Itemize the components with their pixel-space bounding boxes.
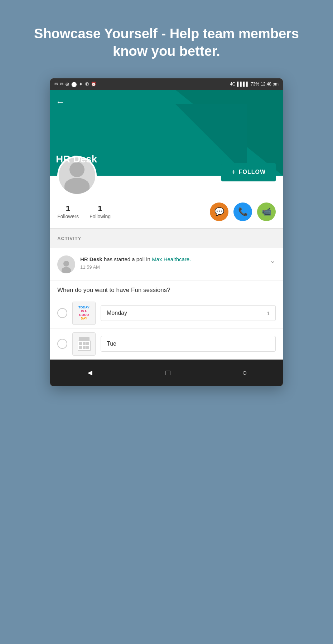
- activity-row: HR Desk has started a poll in Max Health…: [57, 255, 276, 273]
- phone-frame: ✉ ✉ ⊛ ⬤ ✦ ✆ ⏰ 4G ▌▌▌▌ 73% 12:48 pm ← HR …: [50, 78, 283, 386]
- cal-top: [79, 337, 90, 341]
- radio-monday[interactable]: [57, 308, 67, 318]
- battery-label: 73%: [251, 82, 259, 87]
- activity-content: HR Desk has started a poll in Max Health…: [80, 255, 265, 270]
- poll-image-monday: TODAY IS A GOOD DAY: [72, 302, 96, 325]
- profile-section: + FOLLOW 1 Followers 1 Following 💬 📞 📹: [50, 176, 283, 228]
- nav-home-button[interactable]: □: [155, 365, 181, 380]
- follow-label: FOLLOW: [239, 169, 266, 175]
- poll-option-box-monday[interactable]: Monday 1: [101, 305, 276, 321]
- bottom-nav: ◄ □ ○: [50, 360, 283, 386]
- status-icons: ✉ ✉ ⊛ ⬤ ✦ ✆ ⏰: [54, 81, 96, 87]
- monday-votes: 1: [267, 310, 270, 316]
- whatsapp-icon: ⊛: [65, 81, 69, 87]
- cal-dot: [86, 346, 89, 349]
- nav-recent-button[interactable]: ○: [231, 365, 257, 380]
- cal-dot: [79, 342, 82, 345]
- go-icon: ⬤: [71, 81, 77, 87]
- status-bar: ✉ ✉ ⊛ ⬤ ✦ ✆ ⏰ 4G ▌▌▌▌ 73% 12:48 pm: [50, 78, 283, 90]
- poll-option-box-tuesday[interactable]: Tue: [101, 336, 276, 352]
- status-right: 4G ▌▌▌▌ 73% 12:48 pm: [230, 82, 279, 87]
- cal-dot: [83, 346, 86, 349]
- follow-button[interactable]: + FOLLOW: [221, 163, 276, 181]
- call-button[interactable]: 📞: [233, 203, 252, 221]
- cal-dot: [79, 346, 82, 349]
- back-button[interactable]: ←: [56, 97, 64, 107]
- following-count: 1: [90, 204, 111, 213]
- alarm-icon: ⏰: [91, 82, 96, 87]
- nav-back-button[interactable]: ◄: [75, 365, 105, 380]
- chevron-down-icon[interactable]: ⌄: [270, 256, 276, 265]
- activity-header: ACTIVITY: [50, 228, 283, 248]
- star-icon: ✦: [79, 81, 83, 87]
- activity-username: HR Desk: [80, 256, 102, 262]
- activity-item: HR Desk has started a poll in Max Health…: [50, 248, 283, 281]
- poll-option-1[interactable]: TODAY IS A GOOD DAY Monday 1: [50, 298, 283, 329]
- profile-title: HR Desk: [56, 153, 97, 165]
- tuesday-label: Tue: [107, 341, 116, 347]
- activity-action: has started a poll in: [104, 256, 152, 262]
- action-icons: 💬 📞 📹: [210, 203, 276, 221]
- activity-avatar: [57, 255, 75, 273]
- mail2-icon: ✉: [60, 82, 63, 87]
- activity-text: HR Desk has started a poll in Max Health…: [80, 255, 265, 263]
- cal-dot: [86, 342, 89, 345]
- video-button[interactable]: 📹: [257, 203, 276, 221]
- activity-label: ACTIVITY: [57, 236, 81, 241]
- phone-icon: ✆: [85, 81, 89, 87]
- followers-count: 1: [57, 204, 79, 213]
- calendar-icon: [73, 333, 95, 355]
- mini-avatar-head: [63, 261, 69, 267]
- activity-link[interactable]: Max Healthcare.: [152, 256, 191, 262]
- avatar-body: [64, 178, 90, 194]
- mail-icon: ✉: [54, 82, 58, 87]
- follow-plus-icon: +: [231, 168, 236, 176]
- followers-label: Followers: [57, 214, 79, 219]
- time-label: 12:48 pm: [261, 82, 279, 87]
- cal-dot: [83, 342, 86, 345]
- followers-stat[interactable]: 1 Followers: [57, 204, 79, 220]
- radio-tuesday[interactable]: [57, 339, 67, 349]
- today-good-day-image: TODAY IS A GOOD DAY: [78, 306, 90, 321]
- stats-row: 1 Followers 1 Following 💬 📞 📹: [57, 203, 276, 221]
- poll-option-2[interactable]: Tue: [50, 329, 283, 360]
- activity-time: 11:59 AM: [80, 264, 265, 270]
- page-headline: Showcase Yourself - Help team members kn…: [0, 0, 333, 78]
- following-label: Following: [90, 214, 111, 219]
- cal-body: [78, 341, 91, 351]
- signal-bars: ▌▌▌▌: [237, 82, 249, 87]
- poll-question: When do you want to have Fun sessions?: [57, 287, 276, 294]
- mini-avatar-body: [62, 267, 71, 273]
- headline-text: Showcase Yourself - Help team members kn…: [0, 0, 333, 78]
- following-stat[interactable]: 1 Following: [90, 204, 111, 220]
- chat-button[interactable]: 💬: [210, 203, 228, 221]
- monday-label: Monday: [107, 310, 127, 316]
- poll-image-tuesday: [72, 332, 96, 356]
- network-label: 4G: [230, 82, 236, 87]
